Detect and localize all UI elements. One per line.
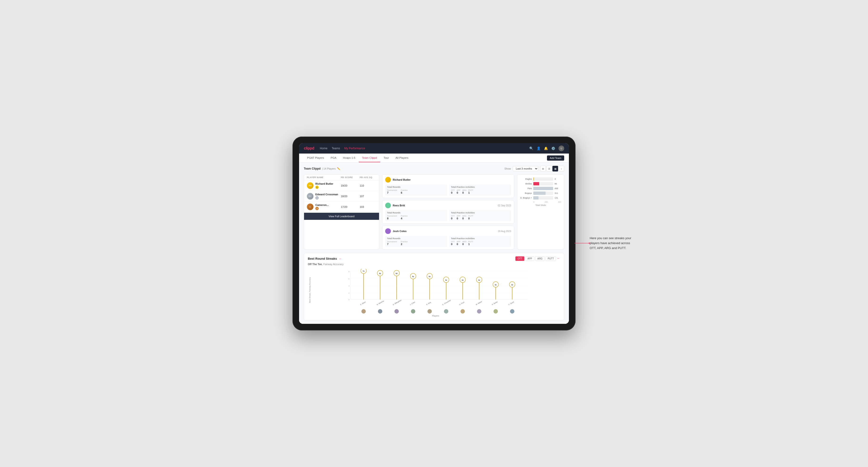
- stat-group-rounds: Total Rounds Tournament 8 Practice: [385, 210, 447, 221]
- tab-all-players[interactable]: All Players: [392, 154, 412, 162]
- settings-icon[interactable]: ⚙️: [551, 147, 555, 150]
- annotation-arrow-indicator: ←: [339, 257, 342, 261]
- svg-text:4x: 4x: [445, 279, 447, 281]
- table-view-btn[interactable]: ↕: [559, 166, 564, 172]
- round-card-header: Richard Butler: [385, 177, 511, 183]
- tab-pgat-players[interactable]: PGAT Players: [304, 154, 328, 162]
- avatar: EC: [307, 193, 313, 199]
- svg-text:E. Crossman: E. Crossman: [442, 299, 451, 305]
- bar-fill-dbogeys: [533, 196, 538, 199]
- subnav-tabs: PGAT Players PGA Hcaps 1-5 Team Clippd T…: [304, 154, 412, 162]
- edit-icon[interactable]: ✏️: [337, 167, 340, 170]
- svg-text:4x: 4x: [478, 279, 480, 281]
- list-view-btn[interactable]: ☰: [546, 166, 552, 172]
- svg-text:3x: 3x: [495, 284, 497, 286]
- tab-hcaps[interactable]: Hcaps 1-5: [340, 154, 359, 162]
- tab-team-clippd[interactable]: Team Clippd: [359, 154, 380, 162]
- round-card: Rees Britt 02 Sep 2023 Total Rounds Tour: [382, 200, 514, 224]
- filter-app[interactable]: APP: [525, 256, 534, 261]
- add-team-button[interactable]: Add Team: [547, 155, 564, 161]
- round-avatar: [385, 228, 391, 234]
- rank-badge: 2: [315, 196, 319, 199]
- svg-point-15: [361, 309, 366, 314]
- streaks-chart-wrapper: Best Streak, Fairway Accuracy: [308, 269, 560, 317]
- stat-group-practice: Total Practice Activities OTT 0 APP: [449, 184, 511, 195]
- svg-text:6x: 6x: [379, 273, 381, 274]
- grid-view-btn[interactable]: ⊞: [540, 166, 546, 172]
- avatar: RB: [307, 182, 313, 189]
- round-stats: Total Rounds Tournament 7 Practice: [385, 236, 511, 247]
- bell-icon[interactable]: 🔔: [544, 147, 548, 150]
- team-count-label: | 14 Players: [322, 167, 336, 170]
- tab-tour[interactable]: Tour: [380, 154, 392, 162]
- annotation-wrapper: Here you can see streaks your players ha…: [590, 236, 637, 250]
- axis-label: 0: [533, 201, 534, 203]
- nav-my-performance[interactable]: My Performance: [344, 146, 365, 151]
- view-icons: ⊞ ☰ ▦ ↕: [540, 166, 564, 172]
- streaks-section: Best Round Streaks ← OTT APP ARG PUTT ←: [304, 253, 564, 320]
- navbar-left: clippd Home Teams My Performance: [304, 146, 365, 151]
- pb-score: 17/20: [341, 206, 360, 208]
- axis-label: 400: [558, 201, 561, 203]
- stat-practice: Practice 6: [401, 189, 408, 194]
- stat-practice: Practice 2: [401, 241, 408, 246]
- stat-tournament: Tournament 7: [387, 241, 397, 246]
- stat-putt: PUTT 1: [468, 189, 473, 194]
- stat-group-title: Total Practice Activities: [451, 186, 509, 188]
- navbar-right: 🔍 👤 🔔 ⚙️ U: [529, 146, 564, 151]
- filter-putt[interactable]: PUTT: [546, 256, 556, 261]
- stat-tournament: Tournament 7: [387, 189, 397, 194]
- round-card-header: Rees Britt 02 Sep 2023: [385, 203, 511, 208]
- round-avatar: [385, 203, 391, 208]
- nav-home[interactable]: Home: [320, 146, 328, 151]
- stat-group-title: Total Rounds: [387, 186, 445, 188]
- view-leaderboard-button[interactable]: View Full Leaderboard: [304, 213, 379, 220]
- round-player-info: Richard Butler: [385, 177, 411, 183]
- user-icon[interactable]: 👤: [536, 147, 540, 150]
- svg-point-50: [477, 309, 482, 314]
- card-view-btn[interactable]: ▦: [552, 166, 558, 172]
- player-name: Cameron...: [315, 204, 329, 206]
- svg-text:4: 4: [349, 285, 349, 287]
- round-date: 26 Aug 2023: [498, 230, 511, 232]
- svg-text:5x: 5x: [412, 276, 414, 277]
- team-controls: Show Last 3 months ⊞ ☰ ▦ ↕: [504, 166, 564, 172]
- svg-text:D. Billingham: D. Billingham: [393, 299, 402, 306]
- stat-putt: PUTT 1: [468, 241, 473, 246]
- player-name: Edward Crossman: [315, 193, 338, 196]
- streaks-svg: 0 2 4 6 8 7x E. Ebert: [311, 269, 560, 316]
- avatar[interactable]: U: [559, 146, 564, 151]
- rank-badge: 3: [315, 207, 319, 210]
- table-row: EC Edward Crossman 2 18/20 107: [304, 191, 379, 201]
- bar-fill-bogeys: [533, 191, 546, 195]
- tab-pga[interactable]: PGA: [328, 154, 340, 162]
- player-info: EC Edward Crossman 2: [307, 193, 341, 199]
- bar-label: Birdies: [520, 183, 532, 185]
- filter-arrow-indicator: ←: [557, 256, 560, 261]
- nav-teams[interactable]: Teams: [332, 146, 340, 151]
- bar-fill-eagles: [533, 177, 534, 181]
- round-avatar: [385, 177, 391, 183]
- filter-ott[interactable]: OTT: [516, 256, 524, 261]
- bar-count: 131: [555, 197, 561, 199]
- search-icon[interactable]: 🔍: [529, 147, 533, 150]
- subnav: PGAT Players PGA Hcaps 1-5 Team Clippd T…: [299, 154, 569, 162]
- pb-avg: 107: [360, 195, 376, 198]
- stat-ott: OTT 0: [451, 189, 455, 194]
- filter-arg[interactable]: ARG: [535, 256, 545, 261]
- svg-text:B. McHerg: B. McHerg: [376, 300, 384, 306]
- svg-text:6x: 6x: [396, 273, 398, 274]
- bar-label: D. Bogeys +: [520, 197, 532, 199]
- svg-text:2: 2: [349, 292, 349, 294]
- team-header: Team Clippd | 14 Players ✏️ Show Last 3 …: [304, 166, 564, 172]
- col-player-name: PLAYER NAME: [307, 176, 341, 179]
- pb-score: 18/20: [341, 195, 360, 198]
- round-card-header: Josh Coles 26 Aug 2023: [385, 228, 511, 234]
- period-select[interactable]: Last 3 months: [513, 166, 538, 171]
- stat-group-rounds: Total Rounds Tournament 7 Practice: [385, 236, 447, 247]
- svg-point-60: [510, 309, 515, 314]
- logo: clippd: [304, 146, 314, 151]
- bar-track: [533, 187, 553, 190]
- bar-count: 499: [555, 187, 561, 190]
- total-shots-label: Total Shots: [520, 204, 561, 206]
